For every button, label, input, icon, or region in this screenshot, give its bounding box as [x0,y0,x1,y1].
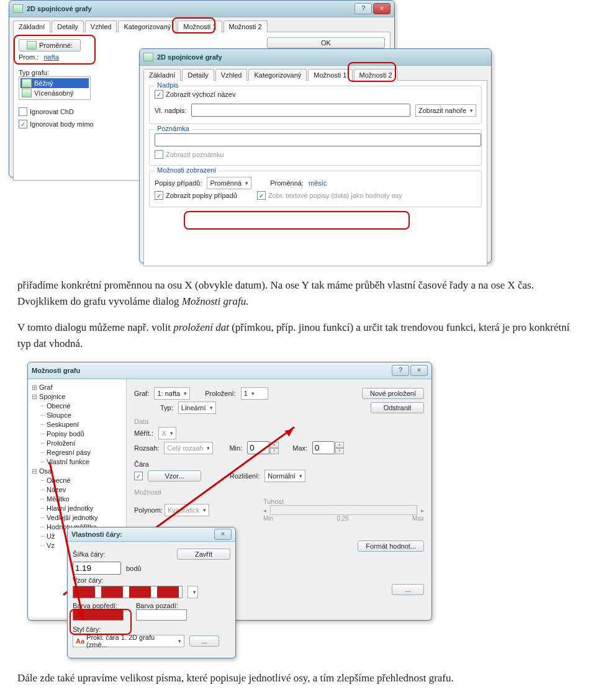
close-icon[interactable]: × [214,529,232,540]
dialog1-tabs: Základní Detaily Vzhled Kategorizovaný M… [13,20,391,32]
checkbox-vychozi-nazev[interactable]: ✓Zobrazit výchozí název [155,90,236,99]
vl-nadpis-input[interactable] [191,104,410,117]
paragraph-2: V tomto dialogu můžeme např. volit prolo… [17,320,579,351]
vl-nadpis-label: Vl. nadpis: [155,107,186,114]
checkbox-ignorovat-chd[interactable]: Ignorovat ChD [19,107,74,116]
variables-icon [27,41,37,50]
poznamka-input[interactable] [155,133,481,146]
format-hodnot-button[interactable]: Formát hodnot... [358,541,424,552]
tab-detaily[interactable]: Detaily [52,20,84,32]
checkbox-textove-popisy[interactable]: ✓Zobr. textové popisy (data) jako hodnot… [257,191,402,200]
multi-line-chart-icon [22,89,32,97]
max-spinner[interactable]: ▴▾ [312,441,344,454]
chart-icon [143,53,153,61]
tab-detaily[interactable]: Detaily [182,69,214,81]
group-nadpis-legend: Nadpis [155,81,181,89]
ok-button[interactable]: OK [267,37,385,48]
paragraph-1: přiřadíme konkrétní proměnnou na osu X (… [17,277,579,309]
dialog3-title: Možnosti grafu [32,367,80,374]
popisy-pripadu-label: Popisy případů: [155,179,202,187]
more-button[interactable]: ... [189,635,219,647]
style-icon: Aa [76,637,84,645]
checkbox-zobrazit-poznamku[interactable]: Zobrazit poznámku [155,150,224,159]
paragraph-3: Dále zde také upravíme velikost písma, k… [17,670,579,686]
cara-section-label: Čára [134,460,424,468]
line-pattern-preview[interactable] [73,586,183,598]
popisy-pripadu-select[interactable]: Proměnná [207,177,251,189]
remove-button[interactable]: Odstranit [371,402,424,413]
vzor-label: Vzor čáry: [73,577,230,584]
range-select[interactable]: Celý rozsah [164,442,213,454]
graph-type-list[interactable]: Běžný Vícenásobný [19,76,91,100]
tab-kategorizovany[interactable]: Kategorizovaný [118,20,176,32]
pattern-select[interactable] [187,586,198,598]
tab-moznosti2[interactable]: Možnosti 2 [224,20,268,32]
close-icon[interactable]: × [373,3,391,14]
tab-moznosti2[interactable]: Možnosti 2 [354,69,398,81]
close-icon[interactable]: × [410,365,428,376]
vzor-button[interactable]: Vzor... [148,470,201,482]
moznosti-section-label: Možnosti [134,488,424,496]
tab-vzhled[interactable]: Vzhled [215,69,248,81]
line-width-input[interactable] [73,562,121,575]
variables-button-label: Proměnné: [39,42,73,49]
prom-label: Prom.: [19,53,38,61]
tab-zakladni[interactable]: Základní [143,69,181,81]
tab-vzhled[interactable]: Vzhled [85,20,117,32]
prolozeni-select[interactable]: 1 [241,387,268,400]
help-icon[interactable]: ? [392,365,409,376]
typ-label: Typ: [160,404,173,411]
prom-value[interactable]: nafta [43,53,58,61]
data-section-label: Data [134,418,424,425]
axis-select[interactable]: X [158,427,176,439]
line-style-select[interactable]: Aa Prokl. čára 1. 2D grafu (změ... [73,635,184,647]
styl-label: Styl čáry: [73,626,230,633]
title-position-select[interactable]: Zobrazit nahoře [415,104,476,117]
graf-label: Graf: [134,390,149,397]
checkbox-ignorovat-body[interactable]: ✓Ignorovat body mimo [19,120,94,128]
checkbox-cara[interactable]: ✓ [134,472,143,480]
group-moznosti-legend: Možnosti zobrazení [155,166,219,174]
dialog4-title: Vlastnosti čáry: [71,531,122,538]
barva-pozadi-label: Barva pozadí: [136,602,187,609]
new-fit-button[interactable]: Nové proložení [362,388,424,399]
tuhost-label: Tuhost [263,498,424,505]
line-chart-icon [22,79,32,88]
list-item: Vícenásobný [20,88,89,98]
graf-select[interactable]: 1: nafta [154,387,190,400]
chart-icon [13,4,23,13]
sirka-label: Šířka čáry: [73,550,106,558]
tab-moznosti1[interactable]: Možnosti 1 [178,20,222,32]
promenna-value[interactable]: měsíc [309,179,327,187]
tuhost-scrollbar[interactable] [270,505,417,515]
bg-color-swatch[interactable] [136,609,187,621]
close-button[interactable]: Zavřít [177,549,230,560]
help-icon[interactable]: ? [354,3,372,14]
variables-button[interactable]: Proměnné: [19,39,81,52]
list-item: Běžný [20,78,89,88]
tab-zakladni[interactable]: Základní [13,20,50,32]
tab-moznosti1[interactable]: Možnosti 1 [308,69,352,81]
dialog2-tabs: Základní Detaily Vzhled Kategorizovaný M… [143,68,487,81]
fit-type-select[interactable]: Lineární [178,402,216,414]
group-poznamka-legend: Poznámka [155,125,192,132]
promenna-label: Proměnná: [270,179,304,187]
dialog1-title: 2D spojnicové grafy [27,5,92,12]
more-button[interactable]: ... [392,584,424,595]
tab-kategorizovany[interactable]: Kategorizovaný [248,69,307,81]
resolution-select[interactable]: Normální [264,470,305,482]
prolozeni-label: Proložení: [205,390,236,397]
checkbox-zobrazit-popisy[interactable]: ✓Zobrazit popisy případů [155,191,237,200]
dialog2-title: 2D spojnicové grafy [157,53,222,61]
